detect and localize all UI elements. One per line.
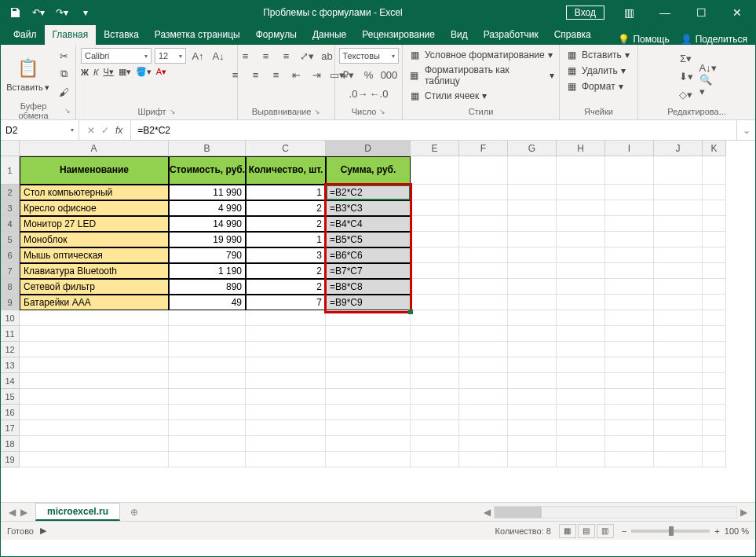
- redo-icon[interactable]: ↷▾: [51, 2, 73, 24]
- cell[interactable]: [508, 156, 557, 185]
- cell[interactable]: [411, 216, 459, 232]
- row-header[interactable]: 9: [1, 295, 20, 310]
- cell-styles-button[interactable]: ▦Стили ячеек▾: [407, 89, 487, 103]
- cell[interactable]: [20, 326, 169, 342]
- cell[interactable]: [605, 326, 654, 342]
- cell[interactable]: [459, 185, 508, 200]
- cell[interactable]: [654, 405, 703, 420]
- cell[interactable]: [508, 326, 557, 342]
- name-cell[interactable]: Сетевой фильтр: [20, 279, 169, 295]
- cell[interactable]: [20, 405, 169, 420]
- macro-record-icon[interactable]: ▶: [40, 526, 46, 536]
- formula-cell[interactable]: =B3*C3: [326, 200, 411, 216]
- cell[interactable]: [654, 373, 703, 389]
- delete-cells-button[interactable]: ▦Удалить ▾: [564, 64, 626, 78]
- cell[interactable]: [411, 405, 459, 420]
- align-middle-icon[interactable]: ≡: [257, 48, 275, 64]
- cell[interactable]: [326, 436, 411, 452]
- cell[interactable]: [557, 310, 605, 326]
- cell[interactable]: [246, 389, 326, 405]
- cell[interactable]: [654, 436, 703, 452]
- fill-icon[interactable]: ⬇▾: [677, 69, 695, 85]
- row-header[interactable]: 8: [1, 279, 20, 295]
- row-header[interactable]: 16: [1, 405, 20, 420]
- cell[interactable]: [169, 342, 246, 357]
- formula-cell[interactable]: =B6*C6: [326, 247, 411, 263]
- qat-customize-icon[interactable]: ▾: [75, 2, 97, 24]
- row-header[interactable]: 13: [1, 357, 20, 373]
- cell[interactable]: [654, 310, 703, 326]
- cell[interactable]: [605, 357, 654, 373]
- expand-formula-bar-icon[interactable]: ⌄: [736, 120, 755, 140]
- cell[interactable]: [459, 405, 508, 420]
- column-header-F[interactable]: F: [459, 141, 508, 156]
- row-header[interactable]: 6: [1, 247, 20, 263]
- cell[interactable]: [703, 295, 726, 310]
- header-cell[interactable]: Количество, шт.: [246, 156, 326, 185]
- cell[interactable]: [411, 420, 459, 436]
- cell[interactable]: [703, 389, 726, 405]
- formula-cell[interactable]: =B4*C4: [326, 216, 411, 232]
- column-header-K[interactable]: K: [703, 141, 726, 156]
- page-break-view-icon[interactable]: ▥: [597, 524, 614, 538]
- cell[interactable]: [169, 357, 246, 373]
- cell[interactable]: [605, 342, 654, 357]
- horizontal-scrollbar[interactable]: ◀ ▶: [144, 506, 755, 519]
- fx-icon[interactable]: fx: [115, 125, 122, 136]
- cell[interactable]: [411, 373, 459, 389]
- cell[interactable]: [557, 295, 605, 310]
- align-right-icon[interactable]: ≡: [268, 67, 285, 82]
- cell[interactable]: [557, 200, 605, 216]
- name-cell[interactable]: Батарейки AAA: [20, 295, 169, 310]
- insert-cells-button[interactable]: ▦Вставить ▾: [564, 48, 630, 62]
- cell[interactable]: [605, 389, 654, 405]
- copy-icon[interactable]: ⧉: [56, 66, 73, 82]
- column-header-H[interactable]: H: [557, 141, 605, 156]
- cell[interactable]: [605, 420, 654, 436]
- cell[interactable]: [508, 185, 557, 200]
- cell[interactable]: [326, 357, 411, 373]
- cell[interactable]: [411, 452, 459, 467]
- qty-cell[interactable]: 2: [246, 279, 326, 295]
- cell[interactable]: [411, 357, 459, 373]
- normal-view-icon[interactable]: ▦: [559, 524, 576, 538]
- cell[interactable]: [508, 420, 557, 436]
- cell[interactable]: [20, 420, 169, 436]
- cell[interactable]: [246, 310, 326, 326]
- cell[interactable]: [508, 279, 557, 295]
- cell[interactable]: [459, 295, 508, 310]
- row-header[interactable]: 17: [1, 420, 20, 436]
- login-button[interactable]: Вход: [566, 5, 604, 20]
- italic-button[interactable]: К: [93, 68, 98, 77]
- row-header[interactable]: 11: [1, 326, 20, 342]
- cell[interactable]: [654, 232, 703, 247]
- cell[interactable]: [557, 436, 605, 452]
- cell[interactable]: [169, 389, 246, 405]
- cell[interactable]: [605, 310, 654, 326]
- qty-cell[interactable]: 2: [246, 200, 326, 216]
- row-header[interactable]: 7: [1, 263, 20, 279]
- cell[interactable]: [703, 373, 726, 389]
- cell[interactable]: [654, 326, 703, 342]
- cell[interactable]: [557, 420, 605, 436]
- cell[interactable]: [654, 342, 703, 357]
- name-cell[interactable]: Кресло офисное: [20, 200, 169, 216]
- formula-cell[interactable]: =B9*C9: [326, 295, 411, 310]
- cost-cell[interactable]: 1 190: [169, 263, 246, 279]
- formula-cell[interactable]: =B5*C5: [326, 232, 411, 247]
- zoom-level[interactable]: 100 %: [725, 526, 749, 536]
- cell[interactable]: [246, 436, 326, 452]
- cost-cell[interactable]: 4 990: [169, 200, 246, 216]
- cost-cell[interactable]: 19 990: [169, 232, 246, 247]
- cell[interactable]: [411, 232, 459, 247]
- formula-cell[interactable]: =B8*C8: [326, 279, 411, 295]
- cell[interactable]: [246, 373, 326, 389]
- dialog-launcher-icon[interactable]: ↘: [314, 108, 320, 115]
- formula-cell[interactable]: =B2*C2: [326, 185, 411, 200]
- minimize-icon[interactable]: —: [647, 1, 683, 24]
- cell[interactable]: [703, 405, 726, 420]
- fill-color-icon[interactable]: 🪣▾: [136, 67, 152, 77]
- row-header[interactable]: 10: [1, 310, 20, 326]
- cell[interactable]: [246, 452, 326, 467]
- cell[interactable]: [703, 216, 726, 232]
